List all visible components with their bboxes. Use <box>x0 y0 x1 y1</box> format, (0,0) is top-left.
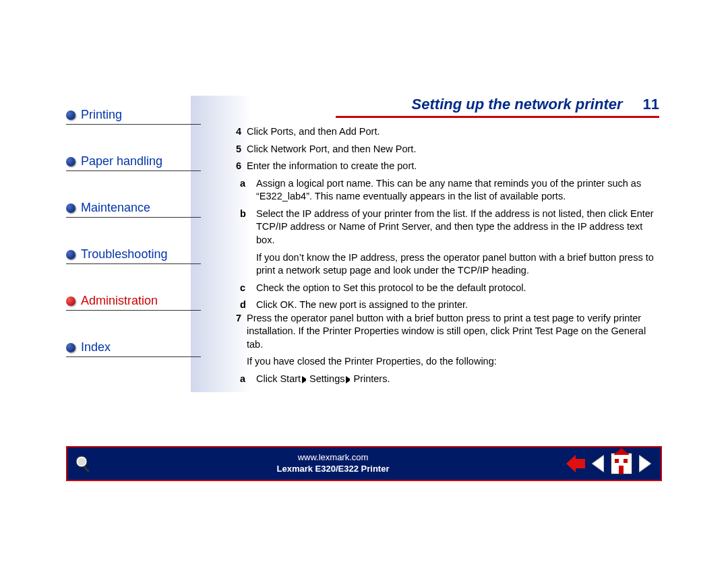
step-number: 4 <box>228 125 241 139</box>
bullet-icon <box>66 111 75 120</box>
svg-marker-5 <box>639 455 651 472</box>
step-number: 6 <box>228 160 241 173</box>
step-text: Click Network Port, and then New Port. <box>247 143 659 156</box>
sidebar-item-label: Paper handling <box>81 154 162 168</box>
footer-url-link[interactable]: www.lexmark.com <box>298 452 369 462</box>
triangle-icon <box>346 376 352 383</box>
back-red-arrow-icon[interactable] <box>566 455 585 472</box>
bullet-icon <box>66 343 75 352</box>
page-number: 11 <box>643 96 659 113</box>
svg-point-1 <box>78 458 86 466</box>
substep-letter: c <box>240 282 252 295</box>
substep-letter: a <box>240 373 252 386</box>
sidebar-item-troubleshooting[interactable]: Troubleshooting <box>66 247 201 264</box>
sidebar-item-label: Index <box>81 340 111 354</box>
substep-text: Click StartSettingsPrinters. <box>256 373 659 386</box>
substep-7a-prefix: Click Start <box>256 373 301 384</box>
sidebar-item-maintenance[interactable]: Maintenance <box>66 201 201 218</box>
svg-marker-4 <box>592 455 604 472</box>
footer-nav <box>566 453 661 474</box>
search-icon[interactable] <box>67 454 100 474</box>
step-6: 6 Enter the information to create the po… <box>228 160 659 173</box>
substep-letter: a <box>240 177 252 204</box>
footer-product: Lexmark E320/E322 Printer <box>277 464 390 474</box>
substep-text: Select the IP address of your printer fr… <box>256 208 659 247</box>
next-arrow-icon[interactable] <box>639 455 651 472</box>
substep-text: Check the option to Set this protocol to… <box>256 282 659 295</box>
sidebar-item-label: Troubleshooting <box>81 247 167 261</box>
sidebar-item-administration[interactable]: Administration <box>66 294 201 311</box>
substep-7a-end: Printers. <box>353 373 390 384</box>
footer-center: www.lexmark.com Lexmark E320/E322 Printe… <box>100 452 566 475</box>
step-text: Enter the information to create the port… <box>247 160 659 173</box>
step-4: 4 Click Ports, and then Add Port. <box>228 125 659 139</box>
sidebar-item-printing[interactable]: Printing <box>66 108 201 125</box>
step-5: 5 Click Network Port, and then New Port. <box>228 143 659 156</box>
substep-letter: b <box>240 208 252 247</box>
sidebar-item-label: Maintenance <box>81 201 150 215</box>
sidebar: Printing Paper handling Maintenance Trou… <box>66 108 201 387</box>
substep-text: Click OK. The new port is assigned to th… <box>256 299 659 312</box>
triangle-icon <box>302 376 308 383</box>
substep-6a: a Assign a logical port name. This can b… <box>240 177 659 204</box>
substep-7a: a Click StartSettingsPrinters. <box>240 373 659 386</box>
bullet-icon <box>66 296 75 306</box>
bullet-icon <box>66 157 75 166</box>
substep-6b-extra: If you don’t know the IP address, press … <box>256 251 659 278</box>
page-title: Setting up the network printer <box>412 96 623 113</box>
substep-7a-mid: Settings <box>309 373 344 384</box>
sidebar-item-index[interactable]: Index <box>66 340 201 357</box>
substep-6c: c Check the option to Set this protocol … <box>240 282 659 295</box>
main-content: 4 Click Ports, and then Add Port. 5 Clic… <box>228 125 659 386</box>
step-text: Press the operator panel button with a b… <box>247 312 659 352</box>
bullet-icon <box>66 250 75 259</box>
svg-rect-2 <box>84 466 90 472</box>
sidebar-item-label: Administration <box>81 294 158 308</box>
substep-letter: d <box>240 299 252 312</box>
home-icon[interactable] <box>611 453 632 474</box>
sidebar-item-label: Printing <box>81 108 122 122</box>
sidebar-item-paper-handling[interactable]: Paper handling <box>66 154 201 171</box>
substep-6b: b Select the IP address of your printer … <box>240 208 659 247</box>
bullet-icon <box>66 204 75 213</box>
step-text: Click Ports, and then Add Port. <box>247 125 659 139</box>
footer-bar: www.lexmark.com Lexmark E320/E322 Printe… <box>66 446 662 481</box>
page-header: Setting up the network printer 11 <box>336 96 659 118</box>
substep-6d: d Click OK. The new port is assigned to … <box>240 299 659 312</box>
step-7: 7 Press the operator panel button with a… <box>228 312 659 352</box>
step-number: 7 <box>228 312 241 352</box>
step-7-extra: If you have closed the Printer Propertie… <box>247 355 659 369</box>
svg-marker-3 <box>566 455 585 472</box>
prev-arrow-icon[interactable] <box>592 455 604 472</box>
step-number: 5 <box>228 143 241 156</box>
substep-text: Assign a logical port name. This can be … <box>256 177 659 204</box>
